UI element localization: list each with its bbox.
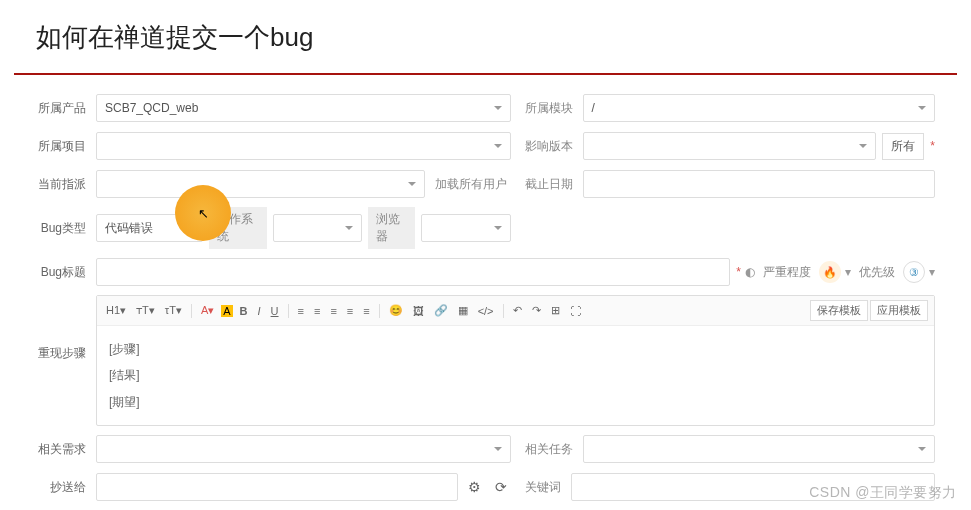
related-story-select[interactable]: [96, 435, 511, 463]
bugtype-value: 代码错误: [105, 220, 153, 237]
assignee-select[interactable]: [96, 170, 425, 198]
tb-ul[interactable]: ≡: [360, 303, 372, 319]
product-value: SCB7_QCD_web: [105, 101, 198, 115]
tb-anchor[interactable]: ⊞: [548, 302, 563, 319]
label-bugtitle: Bug标题: [36, 264, 96, 281]
gear-icon[interactable]: ⚙: [464, 479, 485, 495]
priority-badge[interactable]: ③: [903, 261, 925, 283]
tb-ol[interactable]: ≡: [344, 303, 356, 319]
label-mailto: 抄送给: [36, 479, 96, 496]
browser-select[interactable]: [421, 214, 510, 242]
tb-italic[interactable]: I: [255, 303, 264, 319]
save-template-button[interactable]: 保存模板: [810, 300, 868, 321]
result-placeholder: [结果]: [109, 362, 922, 388]
label-related-task: 相关任务: [521, 441, 577, 458]
label-module: 所属模块: [521, 100, 577, 117]
tb-align-right[interactable]: ≡: [327, 303, 339, 319]
label-keywords: 关键词: [521, 479, 565, 496]
label-browser: 浏览器: [368, 207, 415, 249]
cursor-icon: ↖: [198, 206, 209, 221]
related-task-select[interactable]: [583, 435, 936, 463]
page-title: 如何在禅道提交一个bug: [0, 0, 971, 73]
tb-bgcolor[interactable]: A: [221, 305, 232, 317]
bugtitle-input[interactable]: [96, 258, 730, 286]
module-select[interactable]: /: [583, 94, 936, 122]
tb-fontcolor[interactable]: A▾: [198, 302, 217, 319]
color-icon[interactable]: ◐: [745, 265, 755, 279]
apply-template-button[interactable]: 应用模板: [870, 300, 928, 321]
step-placeholder: [步骤]: [109, 336, 922, 362]
bug-form: 所属产品 SCB7_QCD_web 所属模块 / 所属项目 影响版本 所有 *: [0, 75, 971, 510]
version-select[interactable]: [583, 132, 877, 160]
editor-toolbar: H1▾ ᴛT▾ τT▾ A▾ A B I U ≡ ≡ ≡ ≡ ≡ 😊 🖼 🔗 ▦: [97, 296, 934, 326]
chevron-down-icon-2[interactable]: ▾: [929, 265, 935, 279]
deadline-input[interactable]: [583, 170, 936, 198]
label-priority: 优先级: [855, 264, 899, 281]
all-button[interactable]: 所有: [882, 133, 924, 160]
label-project: 所属项目: [36, 138, 96, 155]
editor: H1▾ ᴛT▾ τT▾ A▾ A B I U ≡ ≡ ≡ ≡ ≡ 😊 🖼 🔗 ▦: [96, 295, 935, 426]
project-select[interactable]: [96, 132, 511, 160]
tb-fullscreen[interactable]: ⛶: [567, 303, 584, 319]
tb-image[interactable]: 🖼: [410, 303, 427, 319]
tb-undo[interactable]: ↶: [510, 302, 525, 319]
product-select[interactable]: SCB7_QCD_web: [96, 94, 511, 122]
refresh-icon[interactable]: ⟳: [491, 479, 511, 495]
tb-underline[interactable]: U: [268, 303, 282, 319]
tb-table[interactable]: ▦: [455, 302, 471, 319]
tb-emoji[interactable]: 😊: [386, 302, 406, 319]
chevron-down-icon[interactable]: ▾: [845, 265, 851, 279]
label-version: 影响版本: [521, 138, 577, 155]
label-steps: 重现步骤: [36, 295, 96, 362]
tb-align-center[interactable]: ≡: [311, 303, 323, 319]
watermark: CSDN @王同学要努力: [809, 484, 957, 502]
cursor-highlight: ↖: [175, 185, 231, 241]
tb-fontsize-minus[interactable]: ᴛT▾: [133, 302, 158, 319]
required-star-title: *: [736, 265, 741, 279]
tb-redo[interactable]: ↷: [529, 302, 544, 319]
label-deadline: 截止日期: [521, 176, 577, 193]
tb-link[interactable]: 🔗: [431, 302, 451, 319]
label-product: 所属产品: [36, 100, 96, 117]
label-severity: 严重程度: [759, 264, 815, 281]
label-assignee: 当前指派: [36, 176, 96, 193]
expect-placeholder: [期望]: [109, 389, 922, 415]
tb-align-left[interactable]: ≡: [295, 303, 307, 319]
editor-body[interactable]: [步骤] [结果] [期望]: [97, 326, 934, 425]
tb-bold[interactable]: B: [237, 303, 251, 319]
tb-fontsize-plus[interactable]: τT▾: [162, 302, 185, 319]
tb-code[interactable]: </>: [475, 303, 497, 319]
os-select[interactable]: [273, 214, 362, 242]
required-star: *: [930, 139, 935, 153]
severity-badge[interactable]: 🔥: [819, 261, 841, 283]
load-all-users[interactable]: 加载所有用户: [431, 176, 511, 193]
tb-heading[interactable]: H1▾: [103, 302, 129, 319]
label-related-story: 相关需求: [36, 441, 96, 458]
module-value: /: [592, 101, 595, 115]
label-bugtype: Bug类型: [36, 220, 96, 237]
mailto-input[interactable]: [96, 473, 458, 501]
